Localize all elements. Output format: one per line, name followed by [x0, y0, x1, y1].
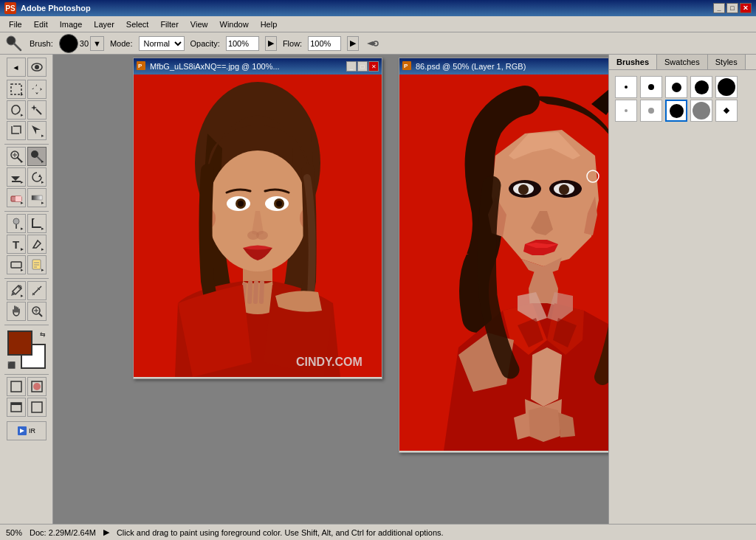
close-button[interactable]: ✕ [740, 3, 752, 13]
tab-brushes[interactable]: Brushes [609, 55, 657, 69]
app-icon: PS [4, 2, 16, 14]
rectangular-marquee-tool[interactable]: ▸ [7, 80, 26, 99]
brush-preset-10[interactable] [715, 100, 738, 122]
source-minimize[interactable]: _ [346, 61, 357, 72]
panel-tabs: Brushes Swatches Styles [609, 55, 756, 70]
flow-input[interactable] [308, 36, 341, 51]
menu-file[interactable]: File [3, 18, 28, 30]
svg-marker-80 [531, 347, 562, 406]
quick-mask-mode[interactable] [27, 377, 47, 396]
healing-brush-tool[interactable]: ▸ [7, 147, 26, 166]
svg-point-34 [33, 383, 41, 390]
measure-tool[interactable] [27, 281, 47, 300]
magic-wand-tool[interactable] [27, 100, 47, 120]
standard-mode[interactable] [7, 377, 26, 396]
menu-layer[interactable]: Layer [88, 18, 120, 30]
brush-preset-7[interactable] [640, 100, 662, 122]
mode-select[interactable]: Normal [139, 36, 185, 51]
svg-point-69 [559, 184, 569, 195]
eyedropper-tool[interactable]: ▸ [7, 281, 26, 300]
menu-select[interactable]: Select [120, 18, 155, 30]
right-panel: Brushes Swatches Styles [608, 55, 756, 524]
history-brush-tool[interactable]: ▸ [27, 167, 47, 187]
menu-filter[interactable]: Filter [154, 18, 184, 30]
brush-preset-8-active[interactable] [665, 100, 687, 122]
svg-point-17 [13, 218, 19, 224]
doc-size: Doc: 2.29M/2.64M [30, 528, 96, 537]
dodge-tool[interactable]: ▸ [7, 214, 26, 233]
color-swatches[interactable]: ⇆ ⬛ [7, 330, 46, 369]
opacity-input[interactable] [226, 36, 259, 51]
brush-preset-5[interactable] [715, 76, 738, 98]
panel-content [609, 70, 756, 524]
svg-rect-5 [11, 84, 21, 94]
brush-preset-4[interactable] [690, 76, 712, 98]
brush-preset-1[interactable] [615, 76, 637, 98]
window-controls: _ □ ✕ [713, 3, 752, 13]
move-tool[interactable] [27, 80, 47, 99]
canvas-area: P MfbG_uLS8iAxNQ==.jpg @ 100%... _ □ ✕ [53, 55, 608, 524]
standard-screen-mode[interactable] [7, 398, 26, 417]
source-close[interactable]: ✕ [368, 61, 379, 72]
svg-text:P: P [138, 63, 142, 69]
type-tool[interactable]: T▸ [7, 235, 26, 254]
lasso-tool[interactable]: ▸ [7, 100, 26, 120]
jump-to-imageready[interactable]: IR [7, 421, 47, 440]
menu-help[interactable]: Help [255, 18, 284, 30]
painted-title: 86.psd @ 50% (Layer 1, RGB) [416, 62, 526, 71]
notes-tool[interactable]: ▸ [27, 255, 47, 274]
source-document-window: P MfbG_uLS8iAxNQ==.jpg @ 100%... _ □ ✕ [133, 58, 382, 379]
brush-preset-9[interactable] [690, 100, 712, 122]
full-screen-mode[interactable] [27, 398, 47, 417]
pen-tool[interactable]: ▸ [27, 235, 47, 254]
clone-stamp-tool[interactable]: ▸ [7, 167, 26, 187]
svg-point-68 [518, 184, 529, 195]
svg-rect-37 [32, 402, 42, 412]
flow-button[interactable]: ▶ [347, 36, 359, 51]
shape-tool[interactable]: ▸ [7, 255, 26, 274]
foreground-color[interactable] [7, 330, 32, 356]
svg-rect-32 [11, 381, 21, 392]
tab-swatches[interactable]: Swatches [657, 55, 708, 69]
minimize-button[interactable]: _ [713, 3, 725, 13]
hand-tool[interactable] [7, 302, 26, 321]
zoom-level: 50% [6, 528, 22, 537]
status-arrow: ▶ [103, 527, 109, 537]
gradient-tool[interactable]: ▸ [27, 188, 47, 207]
path-selection-tool[interactable]: ▸ [27, 214, 47, 233]
tool-option-1[interactable]: ◄ [7, 58, 26, 77]
svg-line-29 [39, 314, 42, 316]
tab-styles[interactable]: Styles [708, 55, 746, 69]
maximize-button[interactable]: □ [726, 3, 738, 13]
brush-size-button[interactable]: ▼ [90, 36, 104, 51]
brush-tool[interactable]: ▸ [27, 147, 47, 166]
eraser-tool[interactable]: ▸ [7, 188, 26, 207]
menu-view[interactable]: View [185, 18, 214, 30]
brush-preset-2[interactable] [640, 76, 662, 98]
active-tool-icon[interactable] [4, 34, 24, 53]
svg-point-4 [35, 65, 39, 69]
tool-eye[interactable] [27, 58, 47, 77]
hint-text: Click and drag to paint using foreground… [117, 528, 444, 537]
options-bar: Brush: 30 ▼ Mode: Normal Opacity: ▶ Flow… [0, 32, 756, 55]
app-title: Adobe Photoshop [21, 4, 91, 13]
svg-text:CINDY.COM: CINDY.COM [296, 356, 362, 368]
zoom-tool[interactable] [27, 302, 47, 321]
brushes-grid [612, 73, 753, 125]
airbrush-icon[interactable] [365, 36, 379, 51]
source-maximize[interactable]: □ [357, 61, 368, 72]
svg-rect-19 [11, 262, 21, 268]
brush-size: 30 [80, 39, 89, 48]
source-title-bar[interactable]: P MfbG_uLS8iAxNQ==.jpg @ 100%... _ □ ✕ [134, 58, 382, 75]
slice-tool[interactable]: ▸ [27, 121, 47, 140]
source-win-controls: _ □ ✕ [346, 61, 379, 72]
painted-title-bar[interactable]: P 86.psd @ 50% (Layer 1, RGB) _ □ ✕ [399, 58, 608, 75]
brush-preset-6[interactable] [615, 100, 637, 122]
menu-window[interactable]: Window [214, 18, 255, 30]
brush-preset-3[interactable] [665, 76, 687, 98]
crop-tool[interactable] [7, 121, 26, 140]
menu-image[interactable]: Image [54, 18, 89, 30]
menu-edit[interactable]: Edit [28, 18, 54, 30]
brush-preview[interactable] [59, 34, 78, 53]
opacity-button[interactable]: ▶ [265, 36, 277, 51]
